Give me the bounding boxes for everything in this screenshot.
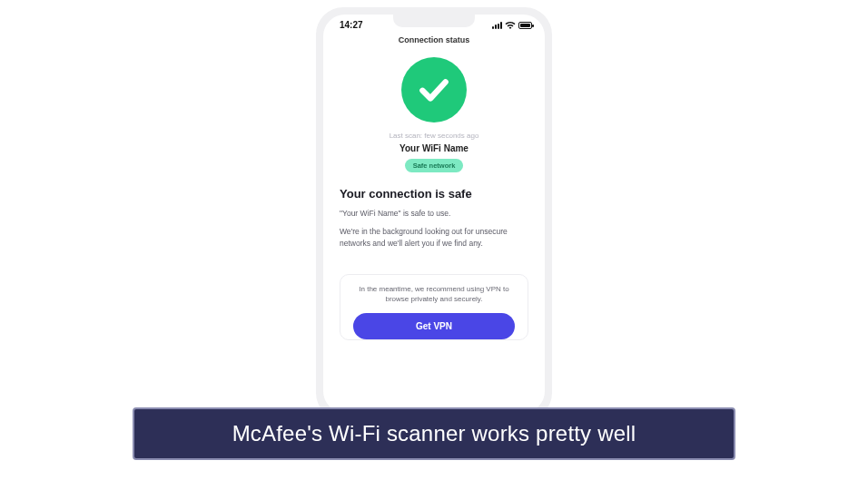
content-area: Last scan: few seconds ago Your WiFi Nam…: [323, 50, 545, 413]
result-heading: Your connection is safe: [340, 187, 528, 201]
result-section: Your connection is safe "Your WiFi Name"…: [340, 187, 528, 256]
status-badge: Safe network: [405, 159, 464, 172]
last-scan-label: Last scan: few seconds ago: [390, 132, 479, 140]
status-icons: [492, 21, 532, 29]
phone-screen: 14:27 Connection status: [323, 15, 545, 413]
status-success-icon: [401, 57, 467, 122]
clock: 14:27: [340, 20, 363, 30]
phone-notch: [393, 15, 475, 27]
page-title: Connection status: [323, 32, 545, 50]
phone-frame: 14:27 Connection status: [316, 7, 552, 420]
vpn-recommendation: In the meantime, we recommend using VPN …: [353, 284, 515, 304]
cellular-icon: [492, 22, 502, 29]
result-line-1: "Your WiFi Name" is safe to use.: [340, 208, 528, 219]
wifi-icon: [505, 21, 516, 29]
wifi-name-label: Your WiFi Name: [399, 143, 469, 153]
result-line-2: We're in the background looking out for …: [340, 226, 528, 249]
get-vpn-button[interactable]: Get VPN: [353, 313, 515, 339]
vpn-card: In the meantime, we recommend using VPN …: [340, 274, 528, 340]
battery-icon: [518, 22, 532, 29]
caption-bar: McAfee's Wi-Fi scanner works pretty well: [133, 407, 735, 460]
